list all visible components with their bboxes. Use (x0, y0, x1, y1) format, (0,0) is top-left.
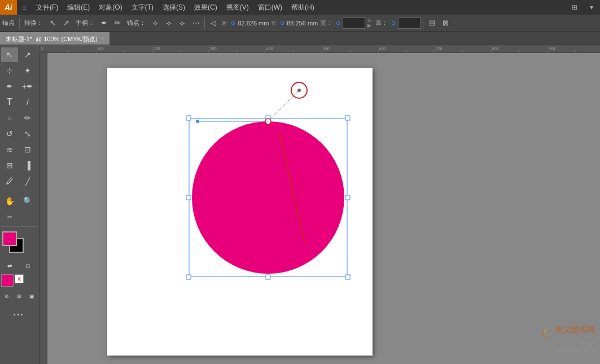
watermark-flame-icon (539, 322, 553, 339)
handle-bm (266, 275, 270, 279)
default-colors-btn[interactable]: ⊡ (19, 258, 36, 273)
anchor-btn-4[interactable]: ⋯ (190, 17, 202, 29)
none-icon: ✕ (17, 276, 21, 282)
direct-selection-tool[interactable]: ↗ (19, 47, 36, 62)
h-cursor: ⊙ (391, 20, 396, 26)
column-graph-tool[interactable]: ▐ (19, 158, 36, 173)
watermark-sub: jingyi (539, 340, 594, 347)
lasso-tool[interactable]: ⊹ (1, 63, 18, 78)
handle-br (345, 275, 350, 279)
fill-swatch[interactable] (1, 274, 14, 287)
arrow-left-btn[interactable]: ◁ (207, 17, 220, 29)
menu-effect[interactable]: 效果(C) (190, 0, 222, 15)
color-stack (2, 231, 29, 254)
transform-btn-1[interactable]: ↖ (46, 17, 59, 29)
x-cursor: ⊙ (231, 20, 235, 26)
canvas-area[interactable]: // ticks will be drawn by JS 01002003004… (40, 45, 600, 364)
tab-title: 未标题-1* (6, 33, 32, 45)
menu-type[interactable]: 文字(T) (127, 0, 158, 15)
handle-btn-1[interactable]: ✒ (98, 17, 110, 29)
tool-row-9: 🖉 ╱ (1, 174, 38, 188)
tool-row-7: ≋ ⊡ (1, 142, 38, 157)
x-label: X: (222, 20, 227, 27)
y-value: 88.256 mm (287, 20, 318, 27)
handle-dot-left (196, 120, 199, 123)
zoom-tool[interactable]: 🔍 (19, 194, 36, 208)
left-toolbar: ↖ ↗ ⊹ ✦ ✒ +✒ T / ○ ✏ ↺ ⤡ ≋ ⊡ (0, 45, 40, 364)
svg-text:300: 300 (210, 47, 217, 51)
anchor-btn-2[interactable]: ⟢ (163, 17, 175, 29)
free-transform-tool[interactable]: ⊡ (19, 142, 36, 157)
gradient-swatch[interactable]: ▣ (27, 289, 38, 304)
dropdown-button[interactable]: ▾ (583, 0, 600, 15)
tool-separator (1, 191, 38, 191)
svg-text:200: 200 (154, 47, 160, 51)
watermark-site-name: 奥义游戏网 (555, 325, 594, 335)
scale-tool[interactable]: ⤡ (19, 126, 36, 141)
tool-row-5: ○ ✏ (1, 111, 38, 125)
svg-text:600: 600 (379, 47, 386, 51)
pencil-tool[interactable]: ✏ (19, 111, 36, 125)
anchor-btn-3[interactable]: ⟣ (176, 17, 189, 29)
color-none-row: ✕ (1, 274, 38, 287)
tool-row-6: ↺ ⤡ (1, 126, 38, 141)
transform-btn-2[interactable]: ↗ (60, 17, 72, 29)
distribute-btn[interactable]: ⊠ (439, 17, 452, 29)
y-cursor: ⊙ (280, 20, 284, 26)
handle-label: 手柄： (73, 19, 97, 27)
main-circle (192, 121, 344, 274)
swap-colors-btn[interactable]: ⇄ (1, 258, 18, 273)
svg-text:500: 500 (323, 47, 330, 51)
menu-edit[interactable]: 编辑(E) (63, 0, 94, 15)
tool-row-8: ⊟ ▐ (1, 158, 38, 173)
measure-tool[interactable]: ╱ (19, 174, 36, 188)
line-tool[interactable]: / (19, 95, 36, 109)
fill-color[interactable] (2, 231, 17, 246)
width-tool[interactable]: ≋ (1, 142, 18, 157)
type-tool[interactable]: T (1, 95, 18, 109)
h-input[interactable] (398, 17, 421, 29)
home-button[interactable]: ⌂ (17, 0, 32, 15)
none-swatch[interactable]: ✕ (15, 274, 24, 283)
handle-tm (266, 116, 270, 120)
handle-tr (345, 116, 350, 120)
document-tab[interactable]: 未标题-1* @ 100% (CMYK/预览) × (0, 32, 110, 45)
more-tools-btn[interactable]: • • • (1, 307, 35, 322)
anchor-point-1 (265, 119, 271, 124)
toolbar-separator-3 (423, 17, 423, 29)
handle-btn-2[interactable]: ✏ (111, 17, 124, 29)
svg-text:800: 800 (492, 47, 499, 51)
rotate-tool[interactable]: ↺ (1, 126, 18, 141)
handle-bl (186, 275, 191, 279)
menu-help[interactable]: 帮助(H) (287, 0, 319, 15)
tab-close-btn[interactable]: × (101, 33, 104, 45)
canvas-svg (107, 68, 373, 356)
menu-view[interactable]: 视图(V) (222, 0, 253, 15)
align-btn[interactable]: ⊟ (426, 17, 438, 29)
grid-view-button[interactable]: ⊞ (566, 0, 583, 15)
anchor-btn-1[interactable]: ⟡ (149, 17, 161, 29)
menu-file[interactable]: 文件(F) (32, 0, 63, 15)
tool-row-1: ↖ ↗ (1, 47, 38, 62)
y-label: Y: (271, 20, 277, 27)
hand-tool[interactable]: ✋ (1, 194, 18, 208)
svg-text:400: 400 (266, 47, 273, 51)
tool-row-3: ✒ +✒ (1, 79, 38, 94)
selection-tool[interactable]: ↖ (1, 47, 18, 62)
scissors-tool[interactable]: ✂ (1, 209, 18, 224)
h-label: 高： (375, 19, 388, 27)
ellipse-tool[interactable]: ○ (1, 111, 18, 125)
magic-wand-tool[interactable]: ✦ (19, 63, 36, 78)
pen-tool[interactable]: ✒ (1, 79, 18, 94)
pattern-btn[interactable]: ⊠ (14, 289, 25, 304)
symbol-btn[interactable]: ⊛ (1, 289, 12, 304)
perspective-tool[interactable]: ⊟ (1, 158, 18, 173)
add-anchor-tool[interactable]: +✒ (19, 79, 36, 94)
menu-object[interactable]: 对象(O) (94, 0, 126, 15)
selection-box (189, 119, 347, 277)
eyedropper-tool[interactable]: 🖉 (1, 174, 18, 188)
w-input[interactable] (343, 17, 365, 29)
menu-select[interactable]: 选择(S) (158, 0, 190, 15)
menu-window[interactable]: 窗口(W) (253, 0, 287, 15)
x-value: 82.826 mm (238, 20, 269, 27)
